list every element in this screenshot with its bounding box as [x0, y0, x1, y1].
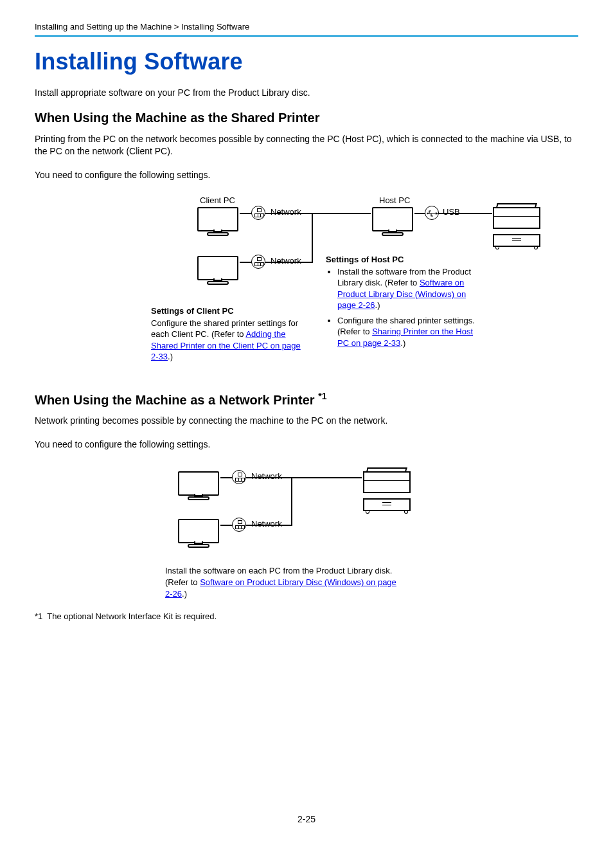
- header-rule: [35, 35, 578, 37]
- net-monitor-1: [178, 471, 219, 500]
- printer-icon: [363, 467, 411, 514]
- settings-host-list: Install the software from the Product Li…: [326, 266, 484, 349]
- breadcrumb: Installing and Setting up the Machine > …: [35, 22, 578, 32]
- network-label-3: Network: [251, 471, 282, 481]
- host-pc-label: Host PC: [379, 195, 410, 205]
- shared-p2: You need to configure the following sett…: [35, 169, 578, 181]
- host-monitor: [372, 207, 413, 236]
- network-label-4: Network: [251, 519, 282, 529]
- network-printer-heading: When Using the Machine as a Network Prin…: [35, 391, 578, 408]
- network-icon: [251, 255, 265, 269]
- printer-icon: [493, 203, 540, 249]
- footnote: *1 The optional Network Interface Kit is…: [35, 611, 578, 621]
- shared-p1: Printing from the PC on the network beco…: [35, 133, 578, 158]
- network-p2: You need to configure the following sett…: [35, 439, 578, 451]
- client-monitor-1: [197, 207, 238, 236]
- client-pc-label: Client PC: [200, 195, 235, 205]
- usb-icon: [425, 206, 439, 220]
- network-printer-diagram: Network Network Install the software on …: [165, 462, 448, 604]
- shared-printer-heading: When Using the Machine as the Shared Pri…: [35, 111, 578, 125]
- settings-client-title: Settings of Client PC: [151, 306, 234, 316]
- page-number: 2-25: [35, 814, 578, 824]
- svg-marker-1: [436, 212, 438, 215]
- settings-client-text: Configure the shared printer settings fo…: [151, 318, 305, 363]
- network-icon: [232, 470, 246, 484]
- shared-printer-diagram: Client PC Host PC Network Network USB: [107, 193, 506, 373]
- network-icon: [232, 518, 246, 532]
- client-monitor-2: [197, 256, 238, 285]
- usb-label: USB: [443, 207, 460, 217]
- network-label-1: Network: [271, 207, 301, 217]
- intro-paragraph: Install appropriate software on your PC …: [35, 87, 578, 99]
- page-title: Installing Software: [35, 48, 578, 75]
- network-p1: Network printing becomes possible by con…: [35, 415, 578, 427]
- net-monitor-2: [178, 519, 219, 548]
- network-label-2: Network: [271, 256, 301, 266]
- svg-point-0: [427, 212, 428, 213]
- network-install-text: Install the software on each PC from the…: [165, 565, 403, 601]
- link-software-disc-2[interactable]: Software on Product Library Disc (Window…: [165, 577, 396, 599]
- settings-host-title: Settings of Host PC: [326, 255, 404, 264]
- network-icon: [251, 206, 265, 220]
